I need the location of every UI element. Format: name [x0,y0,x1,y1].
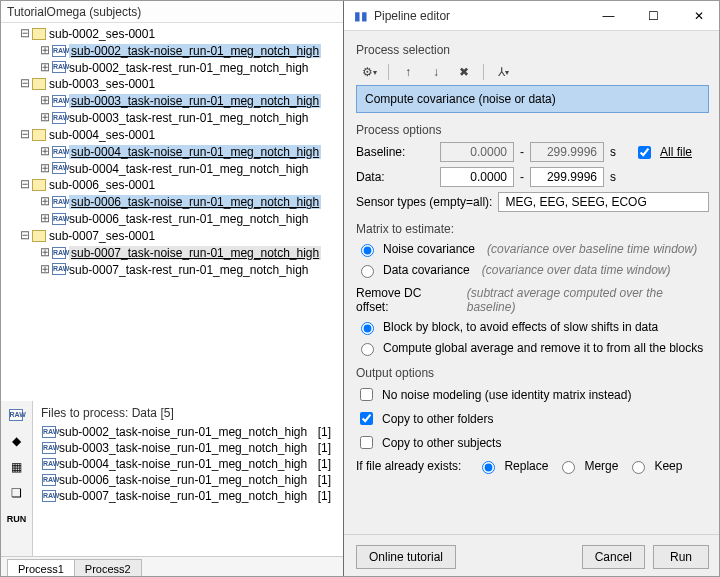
file-list-row[interactable]: sub-0006_task-noise_run-01_meg_notch_hig… [41,472,335,488]
subject-icon [32,78,46,90]
tree-run-label: sub-0003_task-rest_run-01_meg_notch_high [69,111,309,125]
gear-icon[interactable]: ⚙▾ [360,63,378,81]
all-file-checkbox[interactable] [638,146,651,159]
output-options-label: Output options [356,366,709,380]
noise-covariance-label: Noise covariance [383,242,475,256]
raw-icon [52,45,66,57]
tool-run-button[interactable]: RUN [6,509,28,529]
tree-subject[interactable]: ⊟sub-0007_ses-0001 [5,227,341,244]
expand-icon[interactable]: ⊞ [39,161,51,175]
copy-subjects-checkbox[interactable] [360,436,373,449]
tree-run-label: sub-0006_task-rest_run-01_meg_notch_high [69,212,309,226]
data-covariance-radio[interactable] [361,265,374,278]
tree-run-label: sub-0002_task-noise_run-01_meg_notch_hig… [69,44,321,58]
block-by-block-radio[interactable] [361,322,374,335]
noise-covariance-hint: (covariance over baseline time window) [487,242,697,256]
tree-run[interactable]: ⊞sub-0004_task-noise_run-01_meg_notch_hi… [5,143,341,160]
delete-icon[interactable]: ✖ [455,63,473,81]
move-up-icon[interactable]: ↑ [399,63,417,81]
expand-icon[interactable]: ⊞ [39,245,51,259]
tree-run[interactable]: ⊞sub-0002_task-rest_run-01_meg_notch_hig… [5,59,341,76]
left-toolstrip: ◆ ▦ ❏ RUN [1,401,33,556]
file-exists-label: If file already exists: [356,459,461,473]
tool-raw-icon[interactable] [6,405,28,425]
tool-db-icon[interactable]: ◆ [6,431,28,451]
tree-run-label: sub-0007_task-rest_run-01_meg_notch_high [69,262,309,276]
expand-icon[interactable]: ⊞ [39,93,51,107]
tree-run[interactable]: ⊞sub-0003_task-rest_run-01_meg_notch_hig… [5,109,341,126]
tree-subject[interactable]: ⊟sub-0002_ses-0001 [5,25,341,42]
tree-run[interactable]: ⊞sub-0003_task-noise_run-01_meg_notch_hi… [5,92,341,109]
tree-run-label: sub-0007_task-noise_run-01_meg_notch_hig… [69,246,321,260]
collapse-icon[interactable]: ⊟ [19,26,31,40]
file-list-row[interactable]: sub-0004_task-noise_run-01_meg_notch_hig… [41,456,335,472]
noise-covariance-radio[interactable] [361,244,374,257]
raw-icon [42,442,56,454]
run-button[interactable]: Run [653,545,709,569]
tree-subject[interactable]: ⊟sub-0006_ses-0001 [5,176,341,193]
online-tutorial-button[interactable]: Online tutorial [356,545,456,569]
global-average-radio[interactable] [361,343,374,356]
tool-stack-icon[interactable]: ❏ [6,483,28,503]
unit-s: s [610,145,616,159]
data-to-input[interactable] [530,167,604,187]
tree-subject[interactable]: ⊟sub-0003_ses-0001 [5,75,341,92]
block-by-block-label: Block by block, to avoid effects of slow… [383,320,658,334]
tab-process1[interactable]: Process1 [7,559,75,577]
baseline-to-input[interactable] [530,142,604,162]
merge-label: Merge [584,459,618,473]
tree-run[interactable]: ⊞sub-0002_task-noise_run-01_meg_notch_hi… [5,42,341,59]
collapse-icon[interactable]: ⊟ [19,127,31,141]
file-count: [1] [318,473,335,487]
file-count: [1] [318,441,335,455]
close-button[interactable]: ✕ [676,1,720,31]
no-noise-modeling-checkbox[interactable] [360,388,373,401]
expand-icon[interactable]: ⊞ [39,110,51,124]
tree-run[interactable]: ⊞sub-0006_task-rest_run-01_meg_notch_hig… [5,210,341,227]
maximize-button[interactable]: ☐ [631,1,676,31]
tree-run[interactable]: ⊞sub-0004_task-rest_run-01_meg_notch_hig… [5,160,341,177]
subject-icon [32,129,46,141]
raw-icon [52,162,66,174]
tree-run-label: sub-0004_task-noise_run-01_meg_notch_hig… [69,145,321,159]
tree-run[interactable]: ⊞sub-0007_task-rest_run-01_meg_notch_hig… [5,261,341,278]
tree-subject[interactable]: ⊟sub-0004_ses-0001 [5,126,341,143]
file-list-row[interactable]: sub-0003_task-noise_run-01_meg_notch_hig… [41,440,335,456]
subject-tree[interactable]: ⊟sub-0002_ses-0001⊞sub-0002_task-noise_r… [1,23,343,418]
expand-icon[interactable]: ⊞ [39,144,51,158]
tree-subject-label: sub-0002_ses-0001 [49,27,155,41]
data-from-input[interactable] [440,167,514,187]
tool-palette-icon[interactable]: ▦ [6,457,28,477]
files-list[interactable]: sub-0002_task-noise_run-01_meg_notch_hig… [33,424,343,506]
sensor-types-input[interactable] [498,192,709,212]
baseline-from-input[interactable] [440,142,514,162]
replace-radio[interactable] [482,461,495,474]
collapse-icon[interactable]: ⊟ [19,228,31,242]
copy-folders-checkbox[interactable] [360,412,373,425]
tab-process2[interactable]: Process2 [74,559,142,577]
move-down-icon[interactable]: ↓ [427,63,445,81]
toolbar-separator [483,64,484,80]
keep-radio[interactable] [632,461,645,474]
raw-icon [52,61,66,73]
expand-icon[interactable]: ⊞ [39,60,51,74]
minimize-button[interactable]: — [586,1,631,31]
tree-run[interactable]: ⊞sub-0006_task-noise_run-01_meg_notch_hi… [5,193,341,210]
merge-radio[interactable] [562,461,575,474]
selected-process-row[interactable]: Compute covariance (noise or data) [356,85,709,113]
tree-icon[interactable]: ⅄▾ [494,63,512,81]
collapse-icon[interactable]: ⊟ [19,177,31,191]
expand-icon[interactable]: ⊞ [39,43,51,57]
expand-icon[interactable]: ⊞ [39,211,51,225]
tree-subject-label: sub-0006_ses-0001 [49,178,155,192]
file-list-row[interactable]: sub-0002_task-noise_run-01_meg_notch_hig… [41,424,335,440]
subject-icon [32,230,46,242]
expand-icon[interactable]: ⊞ [39,194,51,208]
file-list-row[interactable]: sub-0007_task-noise_run-01_meg_notch_hig… [41,488,335,504]
raw-icon [42,474,56,486]
all-file-label[interactable]: All file [660,145,692,159]
cancel-button[interactable]: Cancel [582,545,645,569]
collapse-icon[interactable]: ⊟ [19,76,31,90]
expand-icon[interactable]: ⊞ [39,262,51,276]
tree-run[interactable]: ⊞sub-0007_task-noise_run-01_meg_notch_hi… [5,244,341,261]
